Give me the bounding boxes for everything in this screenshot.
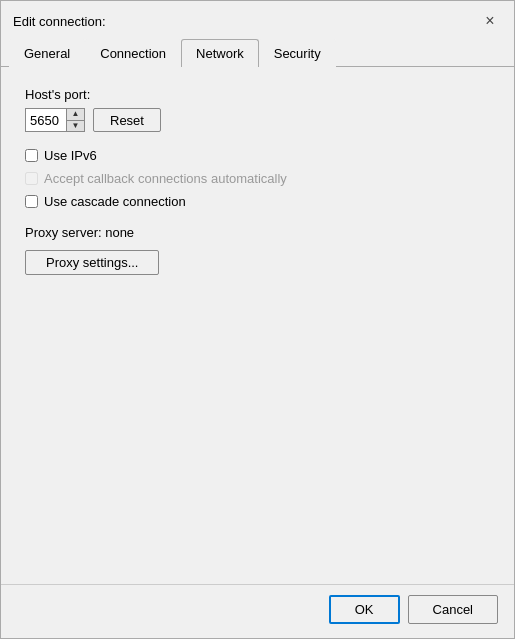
dialog-title: Edit connection: bbox=[13, 14, 106, 29]
use-ipv6-row: Use IPv6 bbox=[25, 148, 490, 163]
network-panel: Host's port: ▲ ▼ Reset Use IPv6 Accept c… bbox=[1, 67, 514, 584]
use-ipv6-checkbox[interactable] bbox=[25, 149, 38, 162]
host-port-group: Host's port: ▲ ▼ Reset bbox=[25, 87, 490, 132]
accept-callback-label: Accept callback connections automaticall… bbox=[44, 171, 287, 186]
title-bar: Edit connection: × bbox=[1, 1, 514, 39]
reset-button[interactable]: Reset bbox=[93, 108, 161, 132]
use-ipv6-label[interactable]: Use IPv6 bbox=[44, 148, 97, 163]
port-spinner[interactable]: ▲ ▼ bbox=[25, 108, 85, 132]
tab-network[interactable]: Network bbox=[181, 39, 259, 67]
spinner-up-button[interactable]: ▲ bbox=[67, 109, 84, 121]
dialog: Edit connection: × General Connection Ne… bbox=[0, 0, 515, 639]
tab-general[interactable]: General bbox=[9, 39, 85, 67]
use-cascade-checkbox[interactable] bbox=[25, 195, 38, 208]
use-cascade-label[interactable]: Use cascade connection bbox=[44, 194, 186, 209]
tab-bar: General Connection Network Security bbox=[1, 39, 514, 67]
cancel-button[interactable]: Cancel bbox=[408, 595, 498, 624]
port-row: ▲ ▼ Reset bbox=[25, 108, 490, 132]
accept-callback-row: Accept callback connections automaticall… bbox=[25, 171, 490, 186]
proxy-server-label: Proxy server: none bbox=[25, 225, 490, 240]
tab-security[interactable]: Security bbox=[259, 39, 336, 67]
accept-callback-checkbox bbox=[25, 172, 38, 185]
spinner-buttons: ▲ ▼ bbox=[66, 109, 84, 131]
ok-button[interactable]: OK bbox=[329, 595, 400, 624]
use-cascade-row: Use cascade connection bbox=[25, 194, 490, 209]
tab-connection[interactable]: Connection bbox=[85, 39, 181, 67]
footer: OK Cancel bbox=[1, 584, 514, 638]
spinner-down-button[interactable]: ▼ bbox=[67, 121, 84, 132]
host-port-label: Host's port: bbox=[25, 87, 490, 102]
port-input[interactable] bbox=[26, 109, 66, 131]
close-button[interactable]: × bbox=[478, 9, 502, 33]
proxy-settings-button[interactable]: Proxy settings... bbox=[25, 250, 159, 275]
